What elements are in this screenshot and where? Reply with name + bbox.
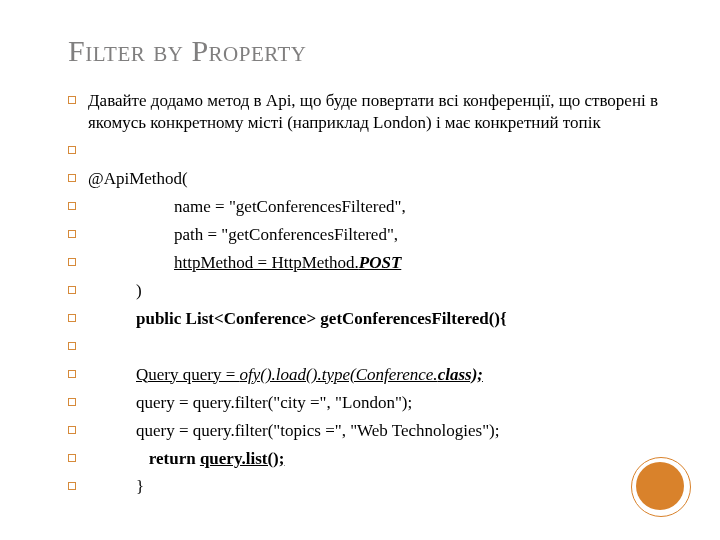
bullet-item: query = query.filter("city =", "London")…: [68, 392, 670, 414]
bullet-item: Query query = ofy().load().type(Conferen…: [68, 364, 670, 386]
bullet-item: httpMethod = HttpMethod.POST: [68, 252, 670, 274]
slide: Filter by Property Давайте додамо метод …: [0, 0, 720, 540]
bullet-item: public List<Conference> getConferencesFi…: [68, 308, 670, 330]
bullet-item: Давайте додамо метод в Api, що буде пове…: [68, 90, 670, 134]
slide-title: Filter by Property: [68, 34, 670, 68]
bullet-item: }: [68, 476, 670, 498]
bullet-item: ): [68, 280, 670, 302]
bullet-item: @ApiMethod(: [68, 168, 670, 190]
bullet-item: name = "getConferencesFiltered",: [68, 196, 670, 218]
bullet-item: return query.list();: [68, 448, 670, 470]
bullet-item: [68, 336, 670, 358]
bullet-list: Давайте додамо метод в Api, що буде пове…: [68, 90, 670, 498]
bullet-item: query = query.filter("topics =", "Web Te…: [68, 420, 670, 442]
bullet-item: [68, 140, 670, 162]
circle-decoration-icon: [636, 462, 684, 510]
bullet-item: path = "getConferencesFiltered",: [68, 224, 670, 246]
